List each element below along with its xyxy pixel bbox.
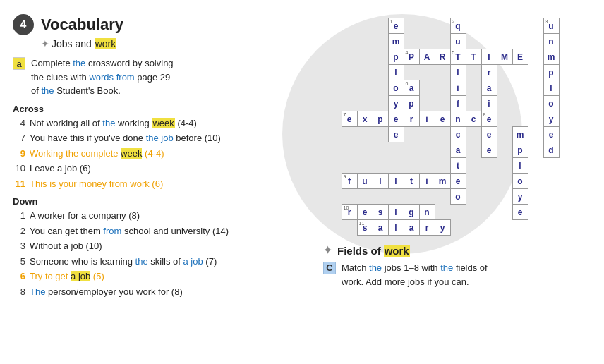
black-cell — [543, 174, 559, 189]
grid-cell: e — [450, 174, 466, 189]
grid-cell: e — [388, 127, 404, 142]
fields-body: C Match the jobs 1–8 with the fields ofw… — [323, 261, 577, 289]
grid-cell: A — [419, 49, 435, 65]
section-number: 4 — [13, 14, 34, 35]
grid-cell: l — [373, 174, 388, 189]
black-cell — [543, 205, 559, 220]
black-cell — [466, 34, 481, 49]
black-cell — [357, 127, 373, 142]
grid-cell: E — [512, 49, 528, 65]
black-cell — [497, 205, 512, 220]
down-heading: Down — [13, 196, 291, 207]
words-highlight: words — [89, 72, 114, 83]
grid-row-12: o y — [342, 189, 559, 205]
grid-row-8: e c e m e — [342, 127, 559, 142]
grid-cell: i — [481, 96, 497, 111]
black-cell — [528, 34, 543, 49]
clue-num: 7 — [13, 131, 25, 145]
section-a: a Complete the crossword by solving the … — [13, 56, 291, 98]
black-cell — [342, 34, 357, 49]
black-cell — [357, 142, 373, 158]
black-cell — [466, 158, 481, 174]
grid-cell: f — [450, 96, 466, 111]
grid-cell: r — [481, 65, 497, 80]
clue-1-down: 1 A worker for a company (8) — [13, 209, 291, 223]
grid-cell: r — [419, 220, 435, 236]
grid-cell: n — [419, 205, 435, 220]
section-label-a: a — [13, 57, 25, 70]
black-cell — [435, 65, 450, 80]
grid-cell: n — [450, 111, 466, 127]
black-cell — [373, 96, 388, 111]
grid-cell: a — [481, 80, 497, 96]
grid-cell: l — [512, 158, 528, 174]
grid-cell: p — [388, 49, 404, 65]
black-cell — [404, 34, 419, 49]
black-cell — [497, 127, 512, 142]
clue-num: 10 — [13, 162, 25, 176]
black-cell — [497, 80, 512, 96]
black-cell — [466, 142, 481, 158]
black-cell — [528, 220, 543, 236]
grid-row-7: 7e x p e r i e n c 8e y — [342, 111, 559, 127]
black-cell — [481, 189, 497, 205]
grid-cell: c — [466, 111, 481, 127]
grid-cell: c — [450, 127, 466, 142]
black-cell — [435, 142, 450, 158]
grid-cell: y — [435, 220, 450, 236]
black-cell — [419, 96, 435, 111]
grid-row-13: 10r e s i g n e — [342, 205, 559, 220]
work-highlight: work — [95, 38, 117, 49]
clue-text: The person/employer you work for (8) — [30, 285, 291, 299]
black-cell — [528, 96, 543, 111]
grid-row-14: 11s a l a r y — [342, 220, 559, 236]
grid-cell: t — [450, 158, 466, 174]
down-clues: 1 A worker for a company (8) 2 You can g… — [13, 209, 291, 298]
page: 4 Vocabulary ✦Jobs and work a Complete t… — [0, 0, 604, 364]
black-cell — [543, 220, 559, 236]
subtitle: ✦Jobs and work — [41, 38, 291, 49]
black-cell — [404, 142, 419, 158]
grid-row-1: 1e 2q 3u — [342, 18, 559, 34]
grid-cell: l — [388, 65, 404, 80]
grid-row-2: m u n — [342, 34, 559, 49]
clue-num-active: 11 — [13, 177, 25, 191]
clue-num: 3 — [13, 239, 25, 253]
black-cell — [435, 96, 450, 111]
black-cell — [528, 80, 543, 96]
black-cell — [342, 220, 357, 236]
grid-cell: M — [497, 49, 512, 65]
black-cell — [404, 127, 419, 142]
black-cell — [357, 65, 373, 80]
black-cell — [528, 189, 543, 205]
grid-cell: I — [481, 49, 497, 65]
clue-text: A worker for a company (8) — [30, 209, 291, 223]
black-cell — [373, 189, 388, 205]
black-cell — [512, 220, 528, 236]
black-cell — [357, 158, 373, 174]
black-cell — [388, 158, 404, 174]
grid-cell: o — [388, 80, 404, 96]
grid-cell: i — [419, 174, 435, 189]
clue-text: You can get them from school and univers… — [30, 224, 291, 238]
grid-cell: u — [450, 34, 466, 49]
black-cell — [528, 65, 543, 80]
black-cell — [528, 111, 543, 127]
black-cell — [435, 80, 450, 96]
grid-cell: e — [435, 111, 450, 127]
clue-text: Not working all of the working week (4-4… — [30, 116, 291, 131]
grid-cell: 8e — [481, 111, 497, 127]
black-cell — [466, 127, 481, 142]
black-cell — [543, 189, 559, 205]
grid-cell: 4P — [404, 49, 419, 65]
clue-4-across: 4 Not working all of the working week (4… — [13, 116, 291, 131]
black-cell — [388, 189, 404, 205]
black-cell — [481, 220, 497, 236]
grid-cell: l — [388, 220, 404, 236]
grid-cell: 2q — [450, 18, 466, 34]
clue-9-across: 9 Working the complete week (4-4) — [13, 147, 291, 161]
black-cell — [497, 174, 512, 189]
grid-cell: 3u — [543, 18, 559, 34]
clue-num: 8 — [13, 285, 25, 299]
fields-work-highlight: work — [384, 245, 410, 257]
